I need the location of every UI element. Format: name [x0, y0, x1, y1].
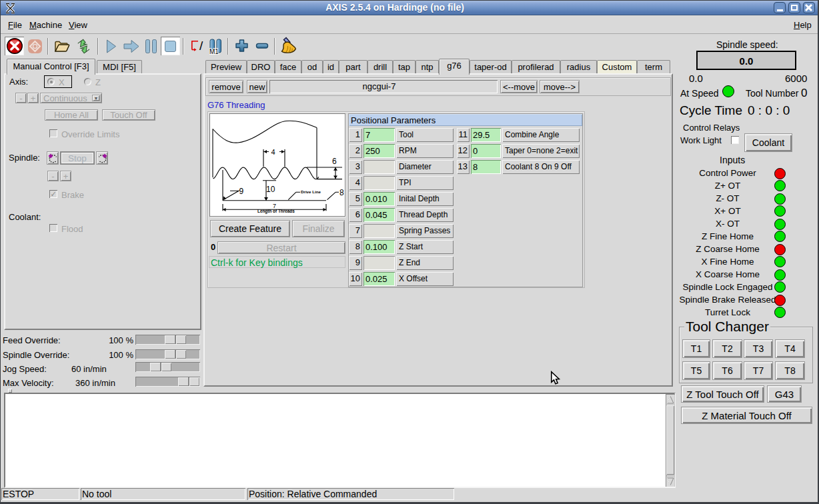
svg-text:Drive Line: Drive Line — [301, 189, 321, 194]
svg-text:M1: M1 — [209, 48, 219, 55]
svg-text:6: 6 — [332, 157, 337, 166]
svg-text:8: 8 — [339, 188, 344, 197]
svg-text:4: 4 — [271, 148, 275, 156]
svg-text:9: 9 — [239, 187, 244, 196]
svg-text:Length of Threads: Length of Threads — [257, 209, 295, 214]
svg-text:10: 10 — [266, 185, 275, 194]
